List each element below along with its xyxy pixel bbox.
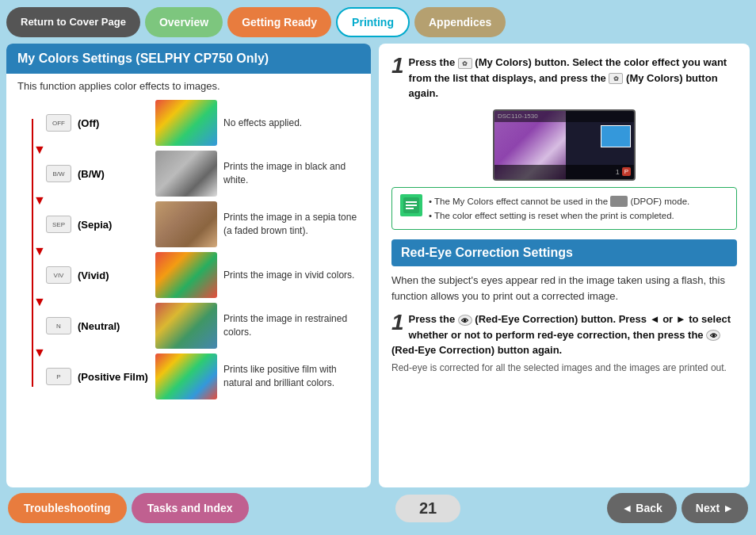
step1-section: 1 Press the ✿ (My Colors) button. Select… — [391, 55, 737, 101]
step2-subtext: Red-eye is corrected for all the selecte… — [391, 361, 737, 375]
next-button[interactable]: Next ► — [682, 493, 748, 523]
back-arrow-icon: ◄ — [621, 502, 632, 514]
next-label: Next — [696, 502, 720, 514]
arrow-down-icon: ▼ — [33, 244, 46, 258]
left-panel-body: This function applies color effects to i… — [6, 74, 371, 411]
item-thumbnail — [155, 151, 217, 197]
printing-btn[interactable]: Printing — [336, 7, 410, 37]
item-thumbnail — [155, 252, 217, 298]
back-button[interactable]: ◄ Back — [607, 493, 676, 523]
red-eye-description: When the subject's eyes appear red in th… — [391, 273, 737, 304]
left-panel-title: My Colors Settings (SELPHY CP750 Only) — [6, 44, 371, 74]
page-number-container: 21 — [254, 495, 603, 522]
color-item-row: ▼N(Neutral)Prints the image in restraine… — [24, 303, 360, 349]
arrow-down-icon: ▼ — [33, 143, 46, 157]
note-line-2: • The color effect setting is reset when… — [429, 208, 689, 223]
note-icon — [400, 194, 422, 216]
item-icon: B/W — [46, 165, 71, 182]
camera-bottom-bar: 1 P — [494, 165, 634, 179]
item-label: (B/W) — [78, 168, 149, 180]
item-description: Prints the image in black and white. — [223, 160, 360, 187]
item-description: Prints the image in vivid colors. — [223, 269, 360, 282]
color-item-row: ▼VIV(Vivid)Prints the image in vivid col… — [24, 252, 360, 298]
overview-btn[interactable]: Overview — [145, 7, 223, 37]
appendices-btn[interactable]: Appendices — [414, 7, 506, 37]
step2-text: Press the 👁 (Red-Eye Correction) button.… — [391, 311, 737, 358]
color-item-row: ▼SEP(Sepia)Prints the image in a sepia t… — [24, 201, 360, 247]
camera-top-bar: DSC110-1530 — [494, 111, 634, 122]
item-icon: P — [46, 368, 71, 385]
arrow-down-icon: ▼ — [33, 295, 46, 309]
step1-number: 1 — [391, 55, 404, 77]
step2-section: 1 Press the 👁 (Red-Eye Correction) butto… — [391, 311, 737, 374]
subtitle: This function applies color effects to i… — [17, 80, 360, 92]
main-content: My Colors Settings (SELPHY CP750 Only) T… — [6, 44, 750, 487]
color-item-row: ▼P(Positive Film)Prints like positive fi… — [24, 353, 360, 399]
left-panel: My Colors Settings (SELPHY CP750 Only) T… — [6, 44, 371, 487]
item-label: (Neutral) — [78, 320, 149, 332]
item-icon: OFF — [46, 114, 71, 132]
item-label: (Off) — [78, 117, 149, 129]
page-number: 21 — [395, 495, 460, 522]
tasks-and-index-btn[interactable]: Tasks and Index — [132, 493, 249, 523]
step2-number: 1 — [391, 311, 404, 334]
back-label: Back — [636, 502, 662, 514]
back-next-controls: ◄ Back Next ► — [607, 493, 748, 523]
item-icon: N — [46, 317, 71, 334]
item-description: Prints like positive film with natural a… — [223, 363, 360, 390]
camera-thumbnail — [601, 125, 631, 147]
camera-screen: DSC110-1530 1 P — [493, 109, 636, 181]
item-description: No effects applied. — [223, 117, 360, 130]
arrow-down-icon: ▼ — [33, 346, 46, 360]
camera-preview: DSC110-1530 1 P — [391, 109, 737, 181]
color-items-list: OFF(Off)No effects applied.▼B/W(B/W)Prin… — [24, 100, 360, 399]
note-box: • The My Colors effect cannot be used in… — [391, 187, 737, 231]
camera-count: 1 — [616, 168, 620, 176]
camera-p-icon: P — [622, 167, 631, 176]
item-label: (Sepia) — [78, 219, 149, 231]
color-item-row: ▼B/W(B/W)Prints the image in black and w… — [24, 151, 360, 197]
svg-rect-1 — [406, 201, 417, 203]
item-icon: SEP — [46, 216, 71, 233]
note-line-1: • The My Colors effect cannot be used in… — [429, 194, 689, 208]
bottom-navigation: Troubleshooting Tasks and Index 21 ◄ Bac… — [0, 487, 756, 529]
step1-text: Press the ✿ (My Colors) button. Select t… — [409, 55, 737, 101]
svg-rect-3 — [406, 208, 414, 209]
item-thumbnail — [155, 303, 217, 349]
item-label: (Positive Film) — [78, 371, 149, 383]
top-navigation: Return to Cover Page Overview Getting Re… — [0, 0, 756, 44]
item-icon: VIV — [46, 266, 71, 284]
arrow-down-icon: ▼ — [33, 193, 46, 208]
item-thumbnail — [155, 100, 217, 146]
item-description: Prints the image in restrained colors. — [223, 312, 360, 339]
right-panel: 1 Press the ✿ (My Colors) button. Select… — [379, 44, 750, 487]
item-thumbnail — [155, 201, 217, 247]
item-description: Prints the image in a sepia tone (a fade… — [223, 211, 360, 238]
item-thumbnail — [155, 353, 217, 399]
red-eye-section-header: Red-Eye Correction Settings — [391, 239, 737, 266]
color-item-row: OFF(Off)No effects applied. — [24, 100, 360, 146]
note-content: • The My Colors effect cannot be used in… — [429, 194, 689, 224]
svg-rect-2 — [406, 204, 417, 206]
return-to-cover-btn[interactable]: Return to Cover Page — [6, 7, 140, 37]
getting-ready-btn[interactable]: Getting Ready — [227, 7, 331, 37]
item-label: (Vivid) — [78, 269, 149, 281]
troubleshooting-btn[interactable]: Troubleshooting — [8, 493, 127, 523]
next-arrow-icon: ► — [723, 502, 734, 514]
